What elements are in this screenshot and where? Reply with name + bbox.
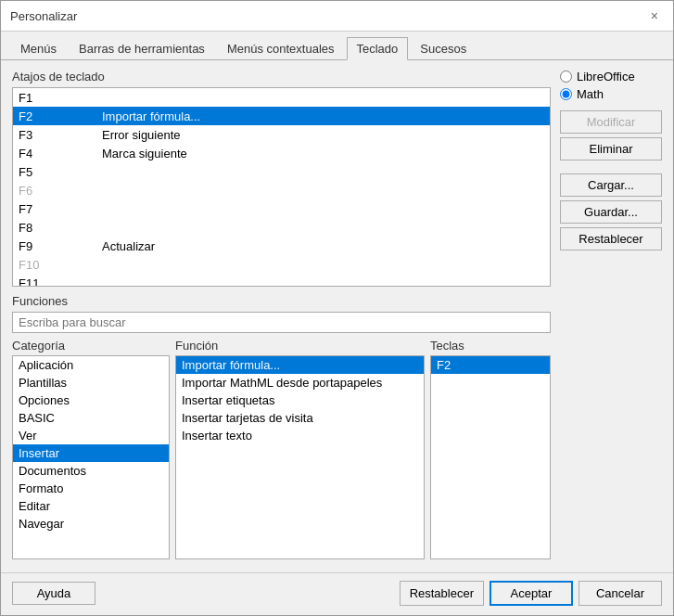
radio-math-input[interactable] bbox=[560, 88, 572, 100]
list-item[interactable]: Importar fórmula... bbox=[176, 356, 424, 374]
modificar-button[interactable]: Modificar bbox=[560, 110, 662, 134]
list-item[interactable]: Plantillas bbox=[13, 374, 169, 391]
table-row[interactable]: F10 bbox=[13, 255, 550, 274]
shortcut-list-wrapper: F1F2Importar fórmula...F3Error siguiente… bbox=[12, 87, 551, 287]
bottom-right: Restablecer Aceptar Cancelar bbox=[400, 581, 662, 606]
three-col: Categoría AplicaciónPlantillasOpcionesBA… bbox=[12, 339, 551, 559]
right-panel: LibreOffice Math Modificar Eliminar Carg… bbox=[560, 70, 662, 559]
table-row[interactable]: F5 bbox=[13, 162, 550, 181]
list-item[interactable]: Insertar etiquetas bbox=[176, 391, 424, 409]
list-item[interactable]: Navegar bbox=[13, 515, 169, 533]
dialog-title: Personalizar bbox=[10, 9, 77, 23]
table-row[interactable]: F2Importar fórmula... bbox=[13, 107, 550, 125]
radio-group: LibreOffice Math bbox=[560, 70, 662, 101]
category-column: Categoría AplicaciónPlantillasOpcionesBA… bbox=[12, 339, 170, 559]
category-header: Categoría bbox=[12, 339, 170, 353]
list-item[interactable]: Insertar tarjetas de visita bbox=[176, 409, 424, 427]
aceptar-button[interactable]: Aceptar bbox=[490, 581, 573, 606]
shortcut-list-scroll[interactable]: F1F2Importar fórmula...F3Error siguiente… bbox=[13, 88, 550, 286]
function-column: Función Importar fórmula...Importar Math… bbox=[175, 339, 425, 559]
keys-header: Teclas bbox=[430, 339, 551, 353]
list-item[interactable]: Ver bbox=[13, 427, 169, 444]
table-row[interactable]: F3Error siguiente bbox=[13, 125, 550, 144]
restablecer-bottom-button[interactable]: Restablecer bbox=[400, 581, 484, 606]
keys-column: Teclas F2 bbox=[430, 339, 551, 559]
list-item[interactable]: Documentos bbox=[13, 462, 169, 480]
function-header: Función bbox=[175, 339, 425, 353]
list-item[interactable]: Importar MathML desde portapapeles bbox=[176, 374, 424, 391]
table-row[interactable]: F9Actualizar bbox=[13, 237, 550, 255]
left-panel: Atajos de teclado F1F2Importar fórmula..… bbox=[12, 70, 551, 559]
search-input[interactable] bbox=[12, 312, 551, 333]
functions-section: Funciones Categoría AplicaciónPlantillas… bbox=[12, 294, 551, 559]
table-row[interactable]: F11 bbox=[13, 274, 550, 286]
shortcut-list: F1F2Importar fórmula...F3Error siguiente… bbox=[13, 88, 550, 286]
cancelar-button[interactable]: Cancelar bbox=[579, 581, 662, 606]
title-bar: Personalizar × bbox=[1, 1, 673, 32]
radio-libreoffice[interactable]: LibreOffice bbox=[560, 70, 662, 83]
table-row[interactable]: F4Marca siguiente bbox=[13, 144, 550, 162]
cargar-button[interactable]: Cargar... bbox=[560, 173, 662, 197]
table-row[interactable]: F1 bbox=[13, 88, 550, 107]
tab-toolbars[interactable]: Barras de herramientas bbox=[69, 37, 215, 59]
ayuda-button[interactable]: Ayuda bbox=[12, 582, 95, 605]
tab-events[interactable]: Sucesos bbox=[410, 37, 477, 59]
list-item[interactable]: BASIC bbox=[13, 409, 169, 427]
list-item[interactable]: Formato bbox=[13, 480, 169, 497]
function-list[interactable]: Importar fórmula...Importar MathML desde… bbox=[175, 355, 425, 559]
radio-math[interactable]: Math bbox=[560, 87, 662, 101]
list-item[interactable]: Editar bbox=[13, 497, 169, 515]
guardar-button[interactable]: Guardar... bbox=[560, 200, 662, 224]
list-item[interactable]: Insertar bbox=[13, 444, 169, 462]
list-item[interactable]: F2 bbox=[431, 356, 550, 374]
bottom-bar: Ayuda Restablecer Aceptar Cancelar bbox=[1, 572, 673, 615]
list-item[interactable]: Aplicación bbox=[13, 356, 169, 374]
content: Atajos de teclado F1F2Importar fórmula..… bbox=[1, 60, 673, 569]
eliminar-button[interactable]: Eliminar bbox=[560, 137, 662, 160]
radio-math-label: Math bbox=[577, 87, 604, 101]
dialog: Personalizar × Menús Barras de herramien… bbox=[0, 0, 674, 616]
tab-keyboard[interactable]: Teclado bbox=[347, 37, 409, 60]
tab-context-menus[interactable]: Menús contextuales bbox=[217, 37, 345, 59]
keys-list[interactable]: F2 bbox=[430, 355, 551, 559]
functions-section-label: Funciones bbox=[12, 294, 551, 308]
radio-libreoffice-input[interactable] bbox=[560, 71, 572, 83]
table-row[interactable]: F7 bbox=[13, 199, 550, 218]
tab-menus[interactable]: Menús bbox=[10, 37, 67, 59]
table-row[interactable]: F8 bbox=[13, 218, 550, 237]
shortcuts-section-label: Atajos de teclado bbox=[12, 70, 551, 83]
table-row[interactable]: F6 bbox=[13, 181, 550, 199]
main-area: Atajos de teclado F1F2Importar fórmula..… bbox=[12, 70, 662, 559]
tabs-bar: Menús Barras de herramientas Menús conte… bbox=[1, 32, 673, 60]
category-list[interactable]: AplicaciónPlantillasOpcionesBASICVerInse… bbox=[12, 355, 170, 559]
radio-libreoffice-label: LibreOffice bbox=[577, 70, 635, 83]
close-button[interactable]: × bbox=[645, 6, 664, 25]
restablecer-right-button[interactable]: Restablecer bbox=[560, 227, 662, 250]
list-item[interactable]: Opciones bbox=[13, 391, 169, 409]
list-item[interactable]: Insertar texto bbox=[176, 427, 424, 444]
